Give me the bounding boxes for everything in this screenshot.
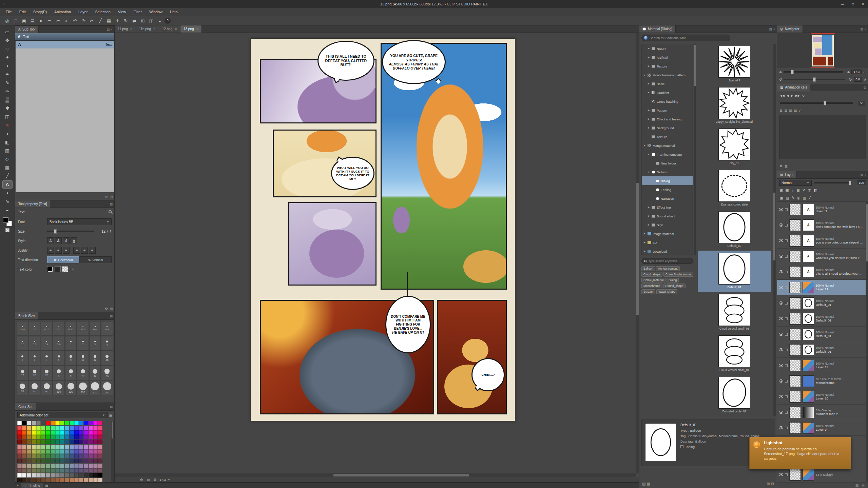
palette-swatch[interactable] <box>98 449 102 454</box>
palette-swatch[interactable] <box>70 468 74 473</box>
palette-swatch[interactable] <box>89 473 93 477</box>
palette-swatch[interactable] <box>98 459 102 463</box>
palette-swatch[interactable] <box>93 468 98 473</box>
palette-swatch[interactable] <box>93 440 98 444</box>
palette-swatch[interactable] <box>36 435 41 440</box>
palette-swatch[interactable] <box>89 449 93 454</box>
rotate-ccw-icon[interactable]: ↺ <box>779 78 782 81</box>
material-detail-name[interactable]: Default_01 <box>680 423 759 427</box>
palette-swatch[interactable] <box>46 464 50 468</box>
text-color-sub-swatch[interactable] <box>55 266 61 272</box>
settings-gear-icon[interactable]: ⚙ <box>780 164 783 168</box>
lightness-tool[interactable]: ◒ <box>2 206 13 214</box>
slider-knob[interactable] <box>849 181 851 185</box>
brush-size-9[interactable]: 9 <box>65 351 77 366</box>
material-tag-announcement[interactable]: Announcement <box>656 266 679 271</box>
palette-swatch[interactable] <box>17 473 22 477</box>
tree-item-effect-and-feeling[interactable]: ▶Effect and feeling <box>642 115 693 123</box>
tree-item-texture[interactable]: ▶Texture <box>642 62 693 71</box>
tree-item-pattern[interactable]: ▶Pattern <box>642 106 693 115</box>
tree-item-download[interactable]: ▶Download <box>642 247 693 255</box>
tree-item-sign[interactable]: ▶Sign <box>642 220 693 229</box>
layer-visible-eye-icon[interactable] <box>779 426 783 429</box>
palette-swatch[interactable] <box>41 435 45 440</box>
onion-skin-icon[interactable]: ◫ <box>789 109 792 112</box>
brush-size-0-6[interactable]: 0.6 <box>17 336 28 351</box>
tree-arrow-icon[interactable]: ▼ <box>647 171 650 173</box>
palette-swatch[interactable] <box>98 426 102 430</box>
align-left-button[interactable]: ≡ <box>47 247 54 254</box>
brush-size-70[interactable]: 70 <box>17 381 28 395</box>
palette-swatch[interactable] <box>22 445 26 449</box>
slider-knob[interactable] <box>824 101 826 105</box>
comic-page-canvas[interactable]: This is all I need to defeat you, glitte… <box>251 38 515 421</box>
tree-item-basic[interactable]: ▶Basic <box>642 79 693 88</box>
brush-size-0-4[interactable]: 0.4 <box>89 321 101 336</box>
layer-check[interactable] <box>785 302 788 305</box>
palette-swatch[interactable] <box>70 464 74 468</box>
palette-swatch[interactable] <box>65 445 69 449</box>
size-slider[interactable] <box>47 231 94 232</box>
magnifier-icon[interactable] <box>109 210 112 213</box>
brush-size-100[interactable]: 100 <box>53 381 65 395</box>
material-item-cloud-vertical-small-01[interactable]: Cloud vertical small_01 <box>698 333 771 375</box>
palette-swatch[interactable] <box>79 468 83 473</box>
palette-swatch[interactable] <box>55 449 60 454</box>
palette-swatch[interactable] <box>17 426 22 430</box>
material-item-cloud-vertical-small-03[interactable]: Cloud vertical small_03 <box>698 292 771 333</box>
palette-swatch[interactable] <box>84 473 88 477</box>
layer-property-icon[interactable]: ▤ <box>855 484 859 487</box>
tab-close-icon[interactable]: ✕ <box>196 27 199 31</box>
menu-item-filter[interactable]: Filter <box>130 8 145 16</box>
cel-list-icon[interactable]: ▤ <box>794 109 797 112</box>
brush-size-5[interactable]: 5 <box>17 351 28 366</box>
palette-swatch[interactable] <box>46 421 50 425</box>
tree-arrow-icon[interactable]: ▶ <box>647 126 650 129</box>
layer-row[interactable]: 100 % NormalDefault_01 <box>777 342 866 358</box>
brush-size-0-2[interactable]: 0.2 <box>53 321 65 336</box>
palette-swatch[interactable] <box>41 440 45 444</box>
palette-swatch[interactable] <box>65 478 69 482</box>
select-rect-icon[interactable]: ▭ <box>46 17 53 24</box>
palette-swatch[interactable] <box>70 445 74 449</box>
onion-skin-icon[interactable]: ◫ <box>148 17 155 24</box>
palette-swatch[interactable] <box>36 468 41 473</box>
palette-swatch[interactable] <box>65 464 69 468</box>
palette-swatch[interactable] <box>22 468 26 473</box>
mask-icon[interactable]: ◫ <box>808 188 811 193</box>
snap-special-icon[interactable]: ✛ <box>114 17 121 24</box>
brush-size-8[interactable]: 8 <box>53 351 65 366</box>
palette-swatch[interactable] <box>32 445 36 449</box>
tree-item-sound-effect[interactable]: ▶Sound effect <box>642 212 693 220</box>
palette-swatch[interactable] <box>98 468 102 473</box>
brush-size-60[interactable]: 60 <box>101 366 113 380</box>
transparent-color-swatch[interactable] <box>5 228 9 232</box>
panel-menu-icon[interactable]: ▤ <box>860 173 863 177</box>
palette-swatch[interactable] <box>89 454 93 458</box>
justify-middle-button[interactable]: ≡ <box>81 247 88 254</box>
brush-size-0-1[interactable]: 0.1 <box>29 321 41 336</box>
material-tab[interactable]: Material [Dialog] <box>639 25 676 33</box>
blend-mode-dropdown[interactable]: Normal ▼ <box>779 180 812 186</box>
tree-item-framing-template[interactable]: ▼Framing template <box>642 150 693 159</box>
layer-row[interactable]: 100 % NormalDefault_01 <box>777 295 866 311</box>
notification-body[interactable]: Captura de pantalla se guarda en Screens… <box>764 447 847 461</box>
palette-swatch[interactable] <box>84 449 88 454</box>
tree-item-effect-line[interactable]: ▶Effect line <box>642 203 693 212</box>
palette-swatch[interactable] <box>60 468 64 473</box>
palette-swatch[interactable] <box>74 473 79 477</box>
panel-menu-icon[interactable]: ▤ <box>110 202 113 206</box>
layer-check[interactable] <box>785 224 788 227</box>
brush-size-2[interactable]: 2 <box>77 336 89 351</box>
slider-knob[interactable] <box>791 70 794 74</box>
text-color-transparent-swatch[interactable] <box>62 266 68 272</box>
layer-visible-eye-icon[interactable] <box>779 364 783 367</box>
layer-visible-eye-icon[interactable] <box>779 473 783 476</box>
palette-swatch[interactable] <box>27 426 31 430</box>
tree-item-background[interactable]: ▶Background <box>642 123 693 132</box>
menu-item-animation[interactable]: Animation <box>51 8 75 16</box>
palette-swatch[interactable] <box>93 459 98 463</box>
brush-size-0-9[interactable]: 0.9 <box>53 336 65 351</box>
settings-gear-icon[interactable]: ⚙ <box>105 307 108 311</box>
palette-swatch[interactable] <box>41 454 45 458</box>
